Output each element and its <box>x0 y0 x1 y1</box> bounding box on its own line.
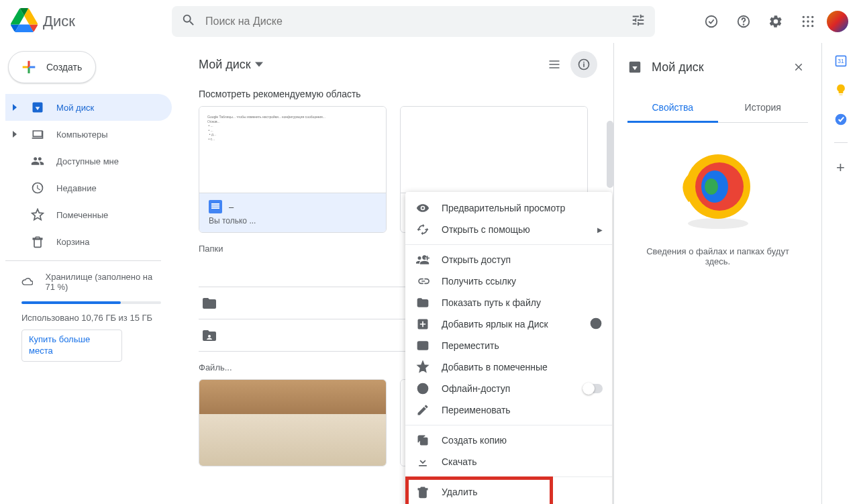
suggested-label: Посмотреть рекомендуемую область <box>199 81 597 106</box>
header-actions <box>682 8 848 35</box>
offline-toggle[interactable] <box>583 384 603 393</box>
sidebar-item-recent[interactable]: Недавние <box>5 174 172 201</box>
help-icon[interactable] <box>589 317 603 332</box>
svg-point-15 <box>596 325 597 326</box>
apps-icon[interactable] <box>795 8 821 35</box>
close-icon[interactable] <box>789 58 808 77</box>
create-label: Создать <box>46 62 82 72</box>
sidebar-item-computers[interactable]: Компьютеры <box>5 121 172 148</box>
ctx-open-with[interactable]: Открыть с помощью▶ <box>405 219 612 240</box>
product-name: Диск <box>43 13 75 30</box>
search-icon[interactable] <box>181 13 196 30</box>
support-icon[interactable] <box>730 8 757 35</box>
svg-point-9 <box>803 25 805 27</box>
ctx-star[interactable]: Добавить в помеченные <box>405 356 612 378</box>
keep-icon[interactable] <box>834 83 848 97</box>
sidebar-item-mydrive[interactable]: Мой диск <box>5 94 172 121</box>
calendar-icon[interactable]: 31 <box>834 54 848 67</box>
main-content: Мой диск Посмотреть рекомендуемую област… <box>172 43 613 504</box>
file-thumbnail <box>199 380 386 466</box>
tab-history[interactable]: История <box>718 94 809 122</box>
header: Диск <box>0 0 859 43</box>
svg-point-4 <box>807 16 809 18</box>
storage-row[interactable]: Хранилище (заполнено на 71 %) <box>21 272 161 292</box>
tab-properties[interactable]: Свойства <box>627 94 718 123</box>
chevron-right-icon <box>11 131 19 138</box>
search-bar[interactable] <box>172 6 655 37</box>
sidebar-item-label: Компьютеры <box>56 130 108 140</box>
svg-point-3 <box>803 16 805 18</box>
side-rail: 31 + <box>821 43 859 504</box>
ctx-offline[interactable]: Офлайн-доступ <box>405 378 612 399</box>
ctx-move[interactable]: Переместить <box>405 335 612 356</box>
chevron-right-icon: ▶ <box>597 226 603 234</box>
empty-message: Сведения о файлах и папках будут здесь. <box>634 246 801 266</box>
logo-area[interactable]: Диск <box>11 7 172 36</box>
ctx-delete[interactable]: Удалить <box>405 481 612 503</box>
svg-point-0 <box>706 16 717 28</box>
sidebar: Создать Мой диск Компьютеры Доступные мн… <box>0 43 172 504</box>
tasks-icon[interactable] <box>834 113 848 126</box>
sidebar-item-starred[interactable]: Помеченные <box>5 201 172 228</box>
svg-point-11 <box>811 25 813 27</box>
drive-folder-icon <box>627 60 642 74</box>
suggested-card[interactable]: Google Таблицы... чтобы изменить настрой… <box>199 106 387 233</box>
buy-storage-button[interactable]: Купить больше места <box>21 330 122 362</box>
info-icon[interactable] <box>570 51 597 78</box>
storage-label: Хранилище (заполнено на 71 %) <box>45 272 161 292</box>
svg-point-10 <box>807 25 809 27</box>
ready-offline-icon[interactable] <box>698 8 725 35</box>
card-preview: Google Таблицы... чтобы изменить настрой… <box>199 107 386 193</box>
empty-illustration <box>678 150 758 230</box>
storage-used: Использовано 10,76 ГБ из 15 ГБ <box>21 312 161 324</box>
breadcrumb[interactable]: Мой диск <box>199 58 263 72</box>
list-view-icon[interactable] <box>541 51 568 78</box>
details-panel: Мой диск Свойства История Сведения о фай… <box>613 43 821 504</box>
ctx-get-link[interactable]: Получить ссылку <box>405 270 612 292</box>
search-input[interactable] <box>196 15 631 28</box>
details-title: Мой диск <box>652 60 780 74</box>
shared-folder-icon <box>201 327 217 344</box>
storage-section: Хранилище (заполнено на 71 %) Использова… <box>5 269 172 362</box>
svg-point-7 <box>807 20 809 22</box>
add-addon-icon[interactable]: + <box>836 159 845 177</box>
svg-point-5 <box>811 16 813 18</box>
ctx-preview[interactable]: Предварительный просмотр <box>405 197 612 219</box>
ctx-show-location[interactable]: Показать путь к файлу <box>405 292 612 313</box>
svg-point-2 <box>744 24 744 25</box>
svg-point-8 <box>811 20 813 22</box>
search-options-icon[interactable] <box>631 13 646 30</box>
sidebar-item-label: Корзина <box>56 237 90 247</box>
sidebar-item-label: Доступные мне <box>56 156 119 166</box>
create-button[interactable]: Создать <box>8 51 96 83</box>
sidebar-item-trash[interactable]: Корзина <box>5 228 172 255</box>
storage-bar <box>21 301 161 304</box>
sidebar-item-label: Недавние <box>56 183 97 193</box>
context-menu: Предварительный просмотр Открыть с помощ… <box>405 192 612 504</box>
folder-icon <box>201 295 217 311</box>
docs-icon <box>209 200 222 213</box>
svg-point-6 <box>803 20 805 22</box>
ctx-rename[interactable]: Переименовать <box>405 399 612 421</box>
ctx-copy[interactable]: Создать копию <box>405 430 612 451</box>
ctx-download[interactable]: Скачать <box>405 451 612 472</box>
card-preview <box>401 107 587 193</box>
svg-point-19 <box>688 218 748 229</box>
avatar[interactable] <box>827 11 848 32</box>
svg-point-23 <box>705 179 718 195</box>
svg-point-13 <box>208 335 211 338</box>
file-card[interactable] <box>199 379 387 466</box>
ctx-share[interactable]: Открыть доступ <box>405 249 612 270</box>
ctx-add-shortcut[interactable]: Добавить ярлык на Диск <box>405 313 612 335</box>
sidebar-item-label: Помеченные <box>56 210 108 220</box>
svg-text:31: 31 <box>838 58 844 64</box>
drive-logo-icon <box>11 7 38 36</box>
settings-icon[interactable] <box>762 8 789 35</box>
sidebar-item-shared[interactable]: Доступные мне <box>5 148 172 174</box>
sidebar-item-label: Мой диск <box>56 103 94 113</box>
chevron-right-icon <box>11 104 19 111</box>
